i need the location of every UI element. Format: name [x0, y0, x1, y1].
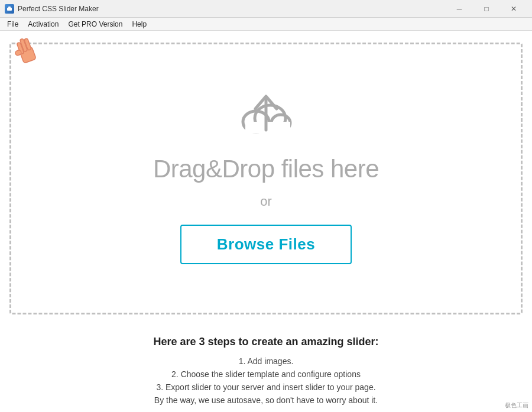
window-controls: ─ □ ✕ [446, 0, 527, 18]
minimize-button[interactable]: ─ [446, 0, 473, 18]
menu-get-pro[interactable]: Get PRO Version [63, 19, 127, 30]
maximize-button[interactable]: □ [473, 0, 500, 18]
watermark: 极色工画 [505, 401, 528, 410]
menu-file[interactable]: File [2, 19, 23, 30]
steps-title: Here are 3 steps to create an amazing sl… [12, 336, 520, 348]
close-button[interactable]: ✕ [500, 0, 527, 18]
step-autosave: By the way, we use autosave, so don't ha… [12, 395, 520, 405]
svg-rect-10 [245, 122, 290, 134]
menu-bar: File Activation Get PRO Version Help [0, 18, 532, 31]
or-text: or [260, 194, 272, 209]
drop-zone-wrapper: Drag&Drop files here or Browse Files [0, 31, 532, 324]
step-2: 2. Choose the slider template and config… [12, 369, 520, 379]
steps-section: Here are 3 steps to create an amazing sl… [0, 324, 532, 412]
main-content: Drag&Drop files here or Browse Files Her… [0, 31, 532, 412]
app-icon [5, 4, 14, 14]
step-1: 1. Add images. [12, 356, 520, 366]
svg-rect-1 [8, 7, 11, 8]
title-bar-left: Perfect CSS Slider Maker [5, 4, 99, 14]
title-bar: Perfect CSS Slider Maker ─ □ ✕ [0, 0, 532, 18]
browse-files-button[interactable]: Browse Files [180, 225, 352, 264]
menu-activation[interactable]: Activation [23, 19, 63, 30]
step-3: 3. Export slider to your server and inse… [12, 382, 520, 392]
drop-zone[interactable]: Drag&Drop files here or Browse Files [9, 43, 523, 314]
app-title: Perfect CSS Slider Maker [18, 5, 99, 13]
drag-drop-text: Drag&Drop files here [153, 155, 379, 183]
menu-help[interactable]: Help [127, 19, 151, 30]
upload-cloud-icon [233, 87, 299, 143]
